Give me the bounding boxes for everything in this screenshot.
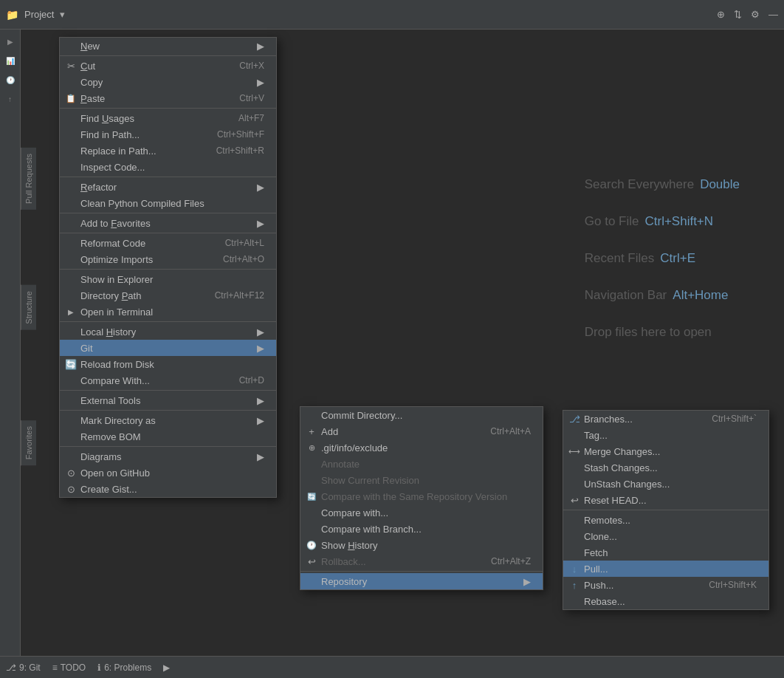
menu-item-inspect-code[interactable]: Inspect Code... [60,159,276,175]
git-menu-exclude[interactable]: ⊕ .git/info/exclude [300,439,543,456]
status-todo[interactable]: ≡ TODO [52,662,86,673]
menu-item-git[interactable]: Git ▶ [60,340,276,356]
status-problems[interactable]: ℹ 6: Problems [97,662,151,673]
status-terminal[interactable]: ▶ [163,662,170,673]
menu-item-show-explorer[interactable]: Show in Explorer [60,271,276,287]
problems-label: 6: Problems [104,662,151,673]
toolbar-dropdown-arrow[interactable]: ▾ [60,9,65,20]
todo-label: TODO [61,662,86,673]
tab-pull-requests[interactable]: Pull Requests [21,148,36,210]
sep9 [60,410,276,411]
repo-menu-push[interactable]: ↑ Push... Ctrl+Shift+K [563,577,768,593]
menu-label-optimize-imports: Optimize Imports [80,254,153,265]
repo-menu-stash[interactable]: Stash Changes... [563,459,768,476]
repo-menu-fetch[interactable]: Fetch [563,544,768,561]
add-shortcut: Ctrl+Alt+A [475,426,531,436]
optimize-shortcut: Ctrl+Alt+O [208,254,264,264]
local-history-arrow: ▶ [257,326,264,338]
menu-item-new[interactable]: New ▶ [60,38,276,54]
add-icon[interactable]: ⊕ [717,9,725,20]
repo-menu-reset-head[interactable]: ↩ Reset HEAD... [563,492,768,508]
repo-menu-label-remotes: Remotes... [584,515,630,526]
push-shortcut: Ctrl+Shift+K [694,580,757,590]
mark-directory-arrow: ▶ [257,415,264,426]
compare-shortcut: Ctrl+D [224,375,264,386]
sidebar-icon-clock[interactable]: 🕐 [1,71,19,89]
menu-item-find-usages[interactable]: Find Usages Alt+F7 [60,110,276,126]
menu-item-optimize-imports[interactable]: Optimize Imports Ctrl+Alt+O [60,251,276,267]
menu-item-remove-bom[interactable]: Remove BOM [60,428,276,445]
git-menu-show-history[interactable]: 🕐 Show History [300,537,543,553]
git-menu-repository[interactable]: Repository ▶ [300,573,543,589]
menu-item-create-gist[interactable]: ⊙ Create Gist... [60,481,276,497]
menu-item-local-history[interactable]: Local History ▶ [60,323,276,340]
gear-icon[interactable]: ⚙ [751,9,760,20]
git-menu-label-compare-branch: Compare with Branch... [321,524,422,535]
menu-item-cut[interactable]: ✂ Cut Ctrl+X [60,58,276,74]
menu-label-refactor: Refactor [80,182,117,193]
sidebar-icon-project[interactable]: ▶ [1,32,19,50]
menu-item-reload[interactable]: 🔄 Reload from Disk [60,356,276,372]
minimize-icon[interactable]: — [768,9,778,20]
menu-item-paste[interactable]: 📋 Paste Ctrl+V [60,90,276,106]
repo-menu-merge[interactable]: ⟷ Merge Changes... [563,443,768,459]
repo-menu-unstash[interactable]: UnStash Changes... [563,476,768,492]
menu-label-replace-in-path: Replace in Path... [80,145,157,157]
git-arrow: ▶ [257,343,264,354]
menu-item-refactor[interactable]: Refactor ▶ [60,179,276,195]
repo-menu-label-branches: Branches... [584,414,633,425]
repo-menu-tag[interactable]: Tag... [563,427,768,443]
git-menu-label-exclude: .git/info/exclude [321,442,388,453]
menu-item-add-favorites[interactable]: Add to Favorites ▶ [60,215,276,231]
toolbar-icons: ⊕ ⇅ ⚙ — [717,9,778,20]
menu-item-compare-with[interactable]: Compare With... Ctrl+D [60,372,276,388]
repo-menu-rebase[interactable]: Rebase... [563,593,768,609]
menu-item-reformat[interactable]: Reformat Code Ctrl+Alt+L [60,235,276,251]
layout-icon[interactable]: ⇅ [734,9,742,20]
hint-goto-key: Ctrl+Shift+N [644,214,713,229]
sep-git1 [300,571,543,572]
git-menu-label-show-revision: Show Current Revision [321,475,419,486]
menu-item-copy[interactable]: Copy ▶ [60,74,276,90]
add-icon: + [305,426,318,437]
repo-menu-label-unstash: UnStash Changes... [584,479,670,490]
git-menu-commit[interactable]: Commit Directory... [300,407,543,423]
sidebar-icon-chart[interactable]: 📊 [1,52,19,69]
git-menu-add[interactable]: + Add Ctrl+Alt+A [300,423,543,439]
menu-item-diagrams[interactable]: Diagrams ▶ [60,448,276,465]
find-in-path-shortcut: Ctrl+Shift+F [202,129,264,140]
git-menu-label-show-history: Show History [321,540,378,551]
repo-menu-clone[interactable]: Clone... [563,528,768,544]
menu-item-replace-in-path[interactable]: Replace in Path... Ctrl+Shift+R [60,143,276,159]
repo-menu-remotes[interactable]: Remotes... [563,512,768,528]
tab-structure[interactable]: Structure [21,285,36,330]
panel-tabs: Pull Requests Structure Favorites [21,148,36,465]
menu-label-git: Git [80,343,93,354]
menu-label-clean-python: Clean Python Compiled Files [80,198,204,209]
cut-icon: ✂ [64,61,78,72]
menu-item-directory-path[interactable]: Directory Path Ctrl+Alt+F12 [60,287,276,304]
menu-item-clean-python[interactable]: Clean Python Compiled Files [60,195,276,211]
git-menu-compare-branch[interactable]: Compare with Branch... [300,521,543,537]
repo-menu-pull[interactable]: ↓ Pull... [563,561,768,577]
status-git[interactable]: ⎇ 9: Git [6,662,41,673]
hint-goto-file: Go to File Ctrl+Shift+N [585,214,740,229]
git-menu-label-compare: Compare with... [321,507,388,518]
menu-item-open-github[interactable]: ⊙ Open on GitHub [60,465,276,481]
hint-goto-label: Go to File [585,214,639,229]
git-menu-label-annotate: Annotate [321,459,360,470]
menu-label-new: New [80,41,100,52]
menu-item-mark-directory[interactable]: Mark Directory as ▶ [60,412,276,428]
sidebar-icon-commit[interactable]: ↑ [1,90,19,108]
tab-favorites[interactable]: Favorites [21,420,36,465]
menu-item-open-terminal[interactable]: ▶ Open in Terminal [60,304,276,320]
repo-menu-branches[interactable]: ⎇ Branches... Ctrl+Shift+` [563,411,768,427]
favorites-arrow: ▶ [257,218,264,229]
git-status-icon: ⎇ [6,662,16,673]
git-menu-compare[interactable]: Compare with... [300,504,543,521]
sep8 [60,390,276,391]
hint-recent-key: Ctrl+E [660,251,695,266]
menu-label-reformat: Reformat Code [80,238,145,249]
menu-item-external-tools[interactable]: External Tools ▶ [60,392,276,408]
menu-item-find-in-path[interactable]: Find in Path... Ctrl+Shift+F [60,126,276,143]
